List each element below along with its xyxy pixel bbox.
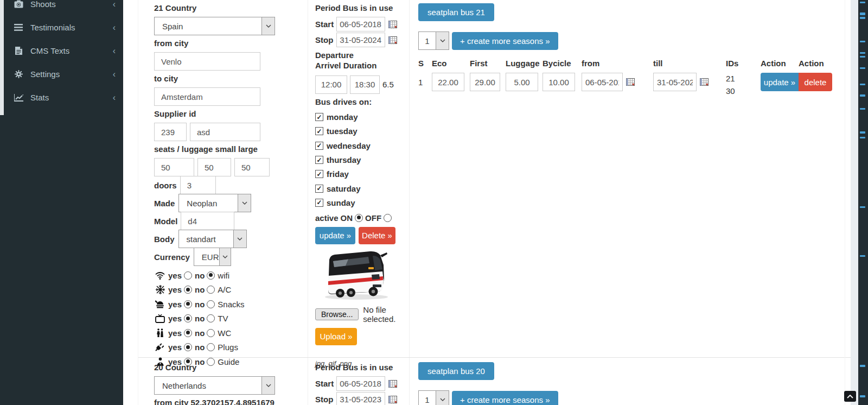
supplier-name-input[interactable]: [190, 123, 260, 141]
guide-yes-radio[interactable]: [184, 358, 192, 366]
plugs-no-radio[interactable]: [207, 343, 215, 351]
sunday-checkbox[interactable]: [315, 199, 323, 207]
sidebar-scrollbar[interactable]: [0, 0, 4, 115]
currency-label: Currency: [154, 252, 190, 262]
friday-checkbox[interactable]: [315, 170, 323, 178]
day-label: tuesday: [327, 126, 358, 136]
snacks-no-radio[interactable]: [207, 300, 215, 308]
feature-row-wc: yes no WC: [154, 326, 308, 340]
snacks-yes-radio[interactable]: [184, 300, 192, 308]
calendar-icon[interactable]: [700, 78, 709, 86]
browse-file-button[interactable]: Browse...: [315, 308, 359, 320]
sidebar-item-testimonials[interactable]: Testimonials ‹: [0, 16, 123, 39]
yes-label: yes: [168, 300, 182, 309]
luggage-price-input[interactable]: [506, 73, 538, 91]
calendar-icon[interactable]: [388, 36, 397, 44]
currency-select-value: EUR: [194, 248, 219, 265]
sidebar-item-shoots[interactable]: Shoots ‹: [0, 0, 123, 16]
calendar-icon[interactable]: [388, 21, 397, 28]
from-city-input[interactable]: [154, 52, 260, 71]
day-label: thursday: [327, 155, 361, 164]
seatplan-button[interactable]: seatplan bus 21: [418, 3, 494, 21]
yes-label: yes: [168, 314, 182, 323]
country-select[interactable]: Spain: [154, 17, 275, 35]
made-select[interactable]: Neoplan: [178, 194, 251, 212]
calendar-icon[interactable]: [388, 380, 397, 388]
feature-name: A/C: [218, 285, 231, 294]
seats-input[interactable]: [154, 158, 194, 176]
body-label: Body: [154, 235, 175, 244]
made-label: Made: [154, 199, 175, 208]
create-seasons-button[interactable]: + create more seasons »: [452, 32, 558, 50]
model-label: Model: [154, 217, 177, 226]
seasons-count-select[interactable]: 1: [418, 390, 449, 405]
departure-time-input[interactable]: [315, 75, 347, 94]
col-header-s: S: [418, 59, 432, 71]
wifi-no-radio[interactable]: [207, 271, 215, 280]
chevron-left-icon: ‹: [113, 46, 116, 56]
seasons-count-select[interactable]: 1: [418, 31, 449, 50]
day-label: saturday: [327, 184, 361, 193]
feature-row-tv: yes no TV: [154, 312, 308, 326]
calendar-icon[interactable]: [388, 396, 397, 403]
day-label: monday: [327, 112, 358, 122]
ac-no-radio[interactable]: [207, 286, 215, 294]
season-from-input[interactable]: [582, 73, 623, 91]
delete-bus-button[interactable]: Delete »: [359, 227, 395, 244]
tuesday-checkbox[interactable]: [315, 127, 323, 135]
day-label: friday: [327, 169, 349, 179]
day-row: sunday: [315, 195, 409, 210]
stop-label: Stop: [315, 395, 333, 404]
seatplan-button[interactable]: seatplan bus 20: [418, 362, 494, 380]
to-city-input[interactable]: [154, 87, 260, 106]
start-date-input[interactable]: [336, 17, 385, 31]
doors-input[interactable]: [180, 176, 216, 194]
thursday-checkbox[interactable]: [315, 156, 323, 164]
select-caret-icon: [436, 32, 449, 49]
tv-no-radio[interactable]: [207, 314, 215, 322]
supplier-id-input[interactable]: [154, 123, 187, 141]
model-input[interactable]: [181, 212, 234, 230]
sidebar-item-settings[interactable]: Settings ‹: [0, 62, 123, 86]
wc-yes-radio[interactable]: [184, 329, 192, 337]
update-bus-button[interactable]: update »: [315, 227, 355, 244]
season-update-button[interactable]: update »: [761, 73, 799, 91]
wifi-yes-radio[interactable]: [184, 271, 192, 280]
season-delete-button[interactable]: delete: [799, 73, 832, 91]
luggage-large-input[interactable]: [234, 158, 270, 176]
scroll-to-top-button[interactable]: [844, 391, 856, 402]
day-row: thursday: [315, 153, 409, 167]
active-on-radio[interactable]: [355, 214, 363, 222]
eco-price-input[interactable]: [432, 73, 464, 91]
saturday-checkbox[interactable]: [315, 185, 323, 193]
active-off-radio[interactable]: [384, 214, 392, 222]
sidebar-item-cms-texts[interactable]: CMS Texts ‹: [0, 39, 123, 62]
select-caret-icon: [219, 248, 231, 265]
monday-checkbox[interactable]: [315, 113, 323, 121]
page-scrollbar[interactable]: [851, 0, 858, 405]
country-select[interactable]: Netherlands: [154, 376, 275, 395]
upload-button[interactable]: Upload »: [315, 328, 357, 345]
calendar-icon[interactable]: [626, 78, 635, 86]
create-seasons-button[interactable]: + create more seasons »: [452, 391, 558, 405]
tv-yes-radio[interactable]: [184, 314, 192, 322]
plugs-yes-radio[interactable]: [184, 343, 192, 351]
wednesday-checkbox[interactable]: [315, 142, 323, 150]
ac-yes-radio[interactable]: [184, 286, 192, 294]
stop-date-input[interactable]: [336, 392, 385, 405]
col-header-luggage: Luggage: [506, 59, 542, 71]
stop-date-input[interactable]: [336, 33, 385, 47]
bycicle-price-input[interactable]: [542, 73, 575, 91]
luggage-small-input[interactable]: [197, 158, 231, 176]
body-select[interactable]: standart: [178, 230, 247, 248]
first-price-input[interactable]: [470, 73, 500, 91]
feature-name: Snacks: [218, 300, 244, 309]
sidebar-item-stats[interactable]: Stats ‹: [0, 86, 123, 109]
currency-select[interactable]: EUR: [194, 248, 231, 266]
season-number: 1: [418, 73, 432, 91]
season-till-input[interactable]: [653, 73, 697, 91]
start-date-input[interactable]: [336, 376, 385, 391]
arrival-time-input[interactable]: [350, 75, 380, 94]
seasons-count-value: 1: [419, 32, 436, 49]
wc-no-radio[interactable]: [207, 329, 215, 337]
